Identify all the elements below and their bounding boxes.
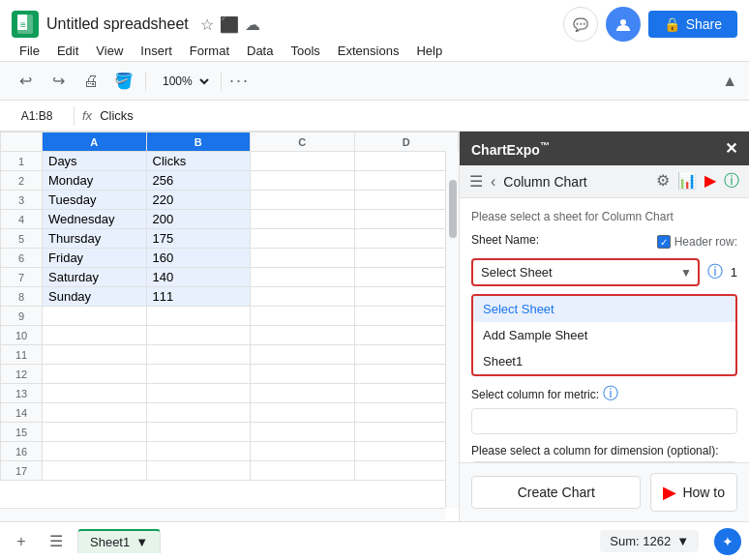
- cell-c9[interactable]: [251, 307, 355, 326]
- create-chart-button[interactable]: Create Chart: [471, 476, 641, 509]
- menu-file[interactable]: File: [12, 42, 47, 60]
- cell-c7[interactable]: [251, 268, 355, 287]
- cell-d16[interactable]: [354, 442, 459, 461]
- cell-a3[interactable]: Tuesday: [43, 191, 147, 210]
- cell-d12[interactable]: [354, 365, 459, 384]
- metric-input[interactable]: [471, 408, 737, 434]
- sheet-info-icon[interactable]: ⓘ: [707, 262, 723, 282]
- cell-a4[interactable]: Wednesday: [43, 210, 147, 229]
- cell-b3[interactable]: 220: [146, 191, 251, 210]
- menu-format[interactable]: Format: [182, 42, 237, 60]
- chart-icon[interactable]: 📊: [677, 171, 697, 192]
- how-to-button[interactable]: ▶ How to: [650, 473, 737, 512]
- sheet-select-dropdown[interactable]: Select Sheet Add Sample Sheet Sheet1: [471, 258, 700, 286]
- zoom-select[interactable]: 100% 75% 125%: [154, 71, 213, 92]
- cell-d3[interactable]: [354, 191, 459, 210]
- cell-b9[interactable]: [146, 307, 251, 326]
- undo-button[interactable]: ↩: [12, 68, 39, 95]
- cell-b14[interactable]: [146, 403, 251, 423]
- cell-d10[interactable]: [354, 326, 459, 345]
- panel-menu-icon[interactable]: ☰: [469, 172, 483, 191]
- cell-c3[interactable]: [251, 191, 355, 210]
- cell-b12[interactable]: [146, 365, 251, 384]
- print-button[interactable]: 🖨: [77, 68, 105, 95]
- dropdown-item-select-sheet[interactable]: Select Sheet: [473, 296, 735, 322]
- settings-icon[interactable]: ⚙: [656, 171, 670, 192]
- cell-a13[interactable]: [43, 384, 147, 403]
- collapse-toolbar-button[interactable]: ▲: [722, 73, 737, 90]
- cell-c13[interactable]: [251, 384, 355, 403]
- cell-c1[interactable]: [251, 152, 355, 171]
- cell-d9[interactable]: [354, 307, 459, 326]
- cell-c8[interactable]: [251, 287, 355, 307]
- paint-format-button[interactable]: 🪣: [110, 68, 137, 95]
- cell-c5[interactable]: [251, 229, 355, 249]
- star-icon[interactable]: ☆: [200, 15, 214, 34]
- cell-b13[interactable]: [146, 384, 251, 403]
- menu-tools[interactable]: Tools: [283, 42, 327, 60]
- cell-a16[interactable]: [43, 442, 147, 461]
- cell-c17[interactable]: [251, 461, 355, 481]
- cell-d6[interactable]: [354, 249, 459, 268]
- dropdown-item-add-sample[interactable]: Add Sample Sheet: [473, 322, 735, 348]
- youtube-icon[interactable]: ▶: [704, 171, 716, 192]
- cell-d17[interactable]: [354, 461, 459, 481]
- cell-c6[interactable]: [251, 249, 355, 268]
- share-button[interactable]: 🔒 Share: [648, 11, 737, 38]
- cell-a17[interactable]: [43, 461, 147, 481]
- cell-c2[interactable]: [251, 171, 355, 191]
- cell-c12[interactable]: [251, 365, 355, 384]
- cell-b16[interactable]: [146, 442, 251, 461]
- cell-d11[interactable]: [354, 345, 459, 365]
- cell-d1[interactable]: [354, 152, 459, 171]
- cell-c4[interactable]: [251, 210, 355, 229]
- cell-reference-input[interactable]: [8, 109, 66, 123]
- cell-b17[interactable]: [146, 461, 251, 481]
- header-row-checkbox[interactable]: ✓: [657, 235, 671, 249]
- formula-input[interactable]: [100, 108, 741, 123]
- menu-help[interactable]: Help: [408, 42, 450, 60]
- sheets-list-button[interactable]: ☰: [43, 528, 70, 555]
- sheet-tab-sheet1[interactable]: Sheet1 ▼: [77, 529, 161, 553]
- cell-c15[interactable]: [251, 423, 355, 442]
- cell-b2[interactable]: 256: [146, 171, 251, 191]
- cell-b1[interactable]: Clicks: [146, 152, 251, 171]
- panel-close-button[interactable]: ✕: [725, 139, 737, 158]
- menu-insert[interactable]: Insert: [133, 42, 180, 60]
- explore-button[interactable]: ✦: [714, 528, 741, 555]
- cell-b4[interactable]: 200: [146, 210, 251, 229]
- menu-extensions[interactable]: Extensions: [330, 42, 407, 60]
- redo-button[interactable]: ↪: [45, 68, 72, 95]
- cell-b10[interactable]: [146, 326, 251, 345]
- cell-c10[interactable]: [251, 326, 355, 345]
- cell-b6[interactable]: 160: [146, 249, 251, 268]
- cell-a7[interactable]: Saturday: [43, 268, 147, 287]
- cell-a5[interactable]: Thursday: [43, 229, 147, 249]
- account-avatar[interactable]: [606, 7, 641, 42]
- cell-d2[interactable]: [354, 171, 459, 191]
- col-header-d[interactable]: D: [354, 133, 459, 152]
- cell-a14[interactable]: [43, 403, 147, 423]
- cloud-icon[interactable]: ☁: [245, 15, 260, 34]
- cell-a11[interactable]: [43, 345, 147, 365]
- more-options-button[interactable]: ···: [229, 71, 250, 91]
- metric-info-icon[interactable]: ⓘ: [603, 384, 618, 404]
- cell-b5[interactable]: 175: [146, 229, 251, 249]
- chat-icon-button[interactable]: 💬: [563, 7, 598, 42]
- cell-d5[interactable]: [354, 229, 459, 249]
- cell-a10[interactable]: [43, 326, 147, 345]
- cell-a1[interactable]: Days: [43, 152, 147, 171]
- cell-b11[interactable]: [146, 345, 251, 365]
- cell-a15[interactable]: [43, 423, 147, 442]
- cell-a6[interactable]: Friday: [43, 249, 147, 268]
- cell-a9[interactable]: [43, 307, 147, 326]
- save-icon[interactable]: ⬛: [220, 15, 239, 34]
- cell-b8[interactable]: 111: [146, 287, 251, 307]
- info-circle-icon[interactable]: ⓘ: [724, 171, 739, 192]
- cell-d7[interactable]: [354, 268, 459, 287]
- cell-a8[interactable]: Sunday: [43, 287, 147, 307]
- menu-view[interactable]: View: [88, 42, 131, 60]
- cell-d4[interactable]: [354, 210, 459, 229]
- sum-dropdown-arrow[interactable]: ▼: [676, 534, 689, 548]
- col-header-a[interactable]: A: [43, 133, 147, 152]
